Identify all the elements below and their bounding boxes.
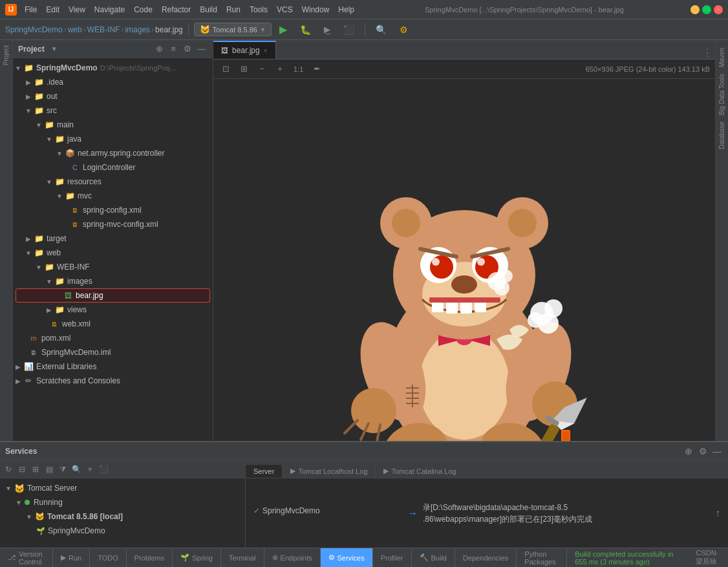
- menu-window[interactable]: Window: [298, 4, 334, 16]
- tree-item-scratches[interactable]: ▶ ✏ Scratches and Consoles: [13, 374, 213, 388]
- endpoints-tab[interactable]: ⊕ Endpoints: [264, 548, 321, 567]
- tree-item-root[interactable]: ▼ 📁 SpringMvcDemo D:\Projects\SpringProj…: [13, 61, 213, 75]
- tab-close-button[interactable]: ×: [264, 47, 268, 54]
- tree-item-spring-mvc-config[interactable]: 🗎 spring-mvc-config.xml: [13, 217, 213, 231]
- settings-button[interactable]: ⚙: [394, 23, 413, 36]
- tree-item-bear-jpg[interactable]: 🖼 bear.jpg: [16, 288, 210, 303]
- terminal-tab[interactable]: Terminal: [221, 548, 264, 567]
- services-content: ↻ ⊟ ⊞ ▤ ⧩ 🔍 + ⬛ ▼ 🐱 Tomcat Server ▼: [0, 460, 728, 548]
- tree-item-java[interactable]: ▼ 📁 java: [13, 132, 213, 146]
- search-service-button[interactable]: 🔍: [70, 464, 82, 475]
- debug-button[interactable]: 🐛: [295, 23, 316, 36]
- hide-icon[interactable]: —: [196, 43, 208, 55]
- services-toolbar: ↻ ⊟ ⊞ ▤ ⧩ 🔍 + ⬛: [0, 460, 245, 478]
- add-service-button[interactable]: ⊕: [683, 445, 694, 457]
- search-button[interactable]: 🔍: [370, 23, 392, 36]
- menu-view[interactable]: View: [65, 4, 89, 16]
- tree-item-images[interactable]: ▼ 📁 images: [13, 274, 213, 288]
- running-item[interactable]: ▼ Running: [3, 495, 242, 509]
- minimize-button[interactable]: −: [691, 5, 700, 14]
- menu-refactor[interactable]: Refactor: [158, 4, 195, 16]
- locate-icon[interactable]: ⊕: [153, 43, 165, 55]
- run-config-button[interactable]: 🐱 Tomcat 8.5.86 ▼: [194, 23, 272, 36]
- menu-navigate[interactable]: Navigate: [91, 4, 129, 16]
- menu-vcs[interactable]: VCS: [273, 4, 297, 16]
- menu-help[interactable]: Help: [334, 4, 358, 16]
- tab-bear-jpg[interactable]: 🖼 bear.jpg ×: [213, 41, 276, 59]
- menu-code[interactable]: Code: [130, 4, 156, 16]
- tree-item-resources[interactable]: ▼ 📁 resources: [13, 175, 213, 189]
- tree-item-web[interactable]: ▼ 📁 web: [13, 246, 213, 260]
- add-item-button[interactable]: +: [84, 464, 96, 475]
- tree-item-external-libs[interactable]: ▶ 📊 External Libraries: [13, 359, 213, 374]
- python-packages-tab[interactable]: Python Packages: [517, 548, 567, 567]
- panel-dropdown[interactable]: ▼: [51, 45, 58, 52]
- tree-item-webinf[interactable]: ▼ 📁 WEB-INF: [13, 260, 213, 274]
- tree-item-out[interactable]: ▶ 📁 out: [13, 89, 213, 103]
- bigdata-tab[interactable]: Big Data Tools: [717, 71, 727, 118]
- zoom-in-button[interactable]: +: [273, 62, 287, 76]
- tree-item-logincontroller[interactable]: C LoginController: [13, 160, 213, 175]
- tree-item-main[interactable]: ▼ 📁 main: [13, 118, 213, 132]
- breadcrumb-images[interactable]: images: [125, 25, 150, 34]
- menu-file[interactable]: File: [21, 4, 41, 16]
- settings-service-button[interactable]: ⚙: [697, 445, 709, 457]
- tree-item-idea[interactable]: ▶ 📁 .idea: [13, 75, 213, 89]
- dependencies-tab[interactable]: Dependencies: [455, 548, 517, 567]
- tree-item-web-xml[interactable]: 🗎 web.xml: [13, 317, 213, 331]
- stop-button[interactable]: ⬛: [338, 23, 359, 36]
- tree-item-mvc[interactable]: ▼ 📁 mvc: [13, 189, 213, 203]
- group-button[interactable]: ▤: [43, 464, 55, 475]
- fit-page-button[interactable]: ⊡: [219, 62, 233, 76]
- zoom-out-button[interactable]: −: [255, 62, 269, 76]
- grid-button[interactable]: ⊞: [237, 62, 251, 76]
- tree-item-pom[interactable]: m pom.xml: [13, 331, 213, 345]
- tree-item-views[interactable]: ▶ 📁 views: [13, 303, 213, 317]
- database-tab[interactable]: Database: [717, 119, 727, 152]
- breadcrumb-springmvcdemo[interactable]: SpringMvcDemo: [5, 25, 63, 34]
- run-tab[interactable]: ▶ Run: [53, 548, 90, 567]
- tree-item-target[interactable]: ▶ 📁 target: [13, 231, 213, 246]
- run-button[interactable]: ▶: [274, 22, 292, 37]
- tomcat-localhost-tab[interactable]: ▶ Tomcat Localhost Log: [283, 464, 376, 478]
- tomcat-server-item[interactable]: ▼ 🐱 Tomcat Server: [3, 481, 242, 495]
- menu-run[interactable]: Run: [222, 4, 244, 16]
- menu-tools[interactable]: Tools: [246, 4, 272, 16]
- eyedropper-button[interactable]: ✒: [310, 62, 324, 76]
- breadcrumb-web[interactable]: web: [68, 25, 82, 34]
- problems-tab[interactable]: Problems: [127, 548, 173, 567]
- todo-tab[interactable]: TODO: [90, 548, 127, 567]
- options-icon[interactable]: ⚙: [182, 43, 193, 55]
- version-control-tab[interactable]: ⎇ Version Control: [0, 548, 53, 567]
- refresh-button[interactable]: ↻: [3, 464, 14, 475]
- springmvcdemo-service-item[interactable]: 🌱 SpringMvcDemo: [3, 524, 242, 538]
- stop-service-button[interactable]: ⬛: [98, 464, 109, 475]
- project-tab[interactable]: Project: [1, 43, 11, 68]
- scroll-up-icon[interactable]: ↑: [715, 508, 720, 519]
- collapse-icon[interactable]: ≡: [167, 43, 179, 55]
- collapse-all-button[interactable]: ⊟: [16, 464, 28, 475]
- expand-all-button[interactable]: ⊞: [30, 464, 41, 475]
- tree-item-iml[interactable]: 🗎 SpringMvcDemo.iml: [13, 345, 213, 359]
- tomcat-server-icon: 🐱: [14, 484, 25, 493]
- filter-button[interactable]: ⧩: [57, 464, 69, 475]
- maven-tab[interactable]: Maven: [717, 45, 727, 70]
- tomcat-version-item[interactable]: ▼ 🐱 Tomcat 8.5.86 [local]: [3, 509, 242, 524]
- server-tab[interactable]: Server: [246, 465, 283, 478]
- spring-tab[interactable]: 🌱 Spring: [173, 548, 221, 567]
- close-service-button[interactable]: —: [711, 445, 723, 457]
- tree-item-controller-pkg[interactable]: ▼ 📦 net.army.spring.controller: [13, 146, 213, 160]
- menu-build[interactable]: Build: [196, 4, 221, 16]
- services-status-tab[interactable]: ⚙ Services: [321, 548, 373, 567]
- tree-item-spring-config[interactable]: 🗎 spring-config.xml: [13, 203, 213, 217]
- close-button[interactable]: ×: [714, 5, 723, 14]
- coverage-button[interactable]: ▶̲: [319, 23, 336, 36]
- build-tab[interactable]: 🔨 Build: [412, 548, 455, 567]
- menu-edit[interactable]: Edit: [42, 4, 63, 16]
- breadcrumb-webinf[interactable]: WEB-INF: [87, 25, 120, 34]
- more-tabs-icon[interactable]: ⋮: [702, 47, 712, 59]
- maximize-button[interactable]: □: [702, 5, 711, 14]
- tomcat-catalina-tab[interactable]: ▶ Tomcat Catalina Log: [376, 464, 464, 478]
- profiler-tab[interactable]: Profiler: [373, 548, 412, 567]
- tree-item-src[interactable]: ▼ 📁 src: [13, 103, 213, 118]
